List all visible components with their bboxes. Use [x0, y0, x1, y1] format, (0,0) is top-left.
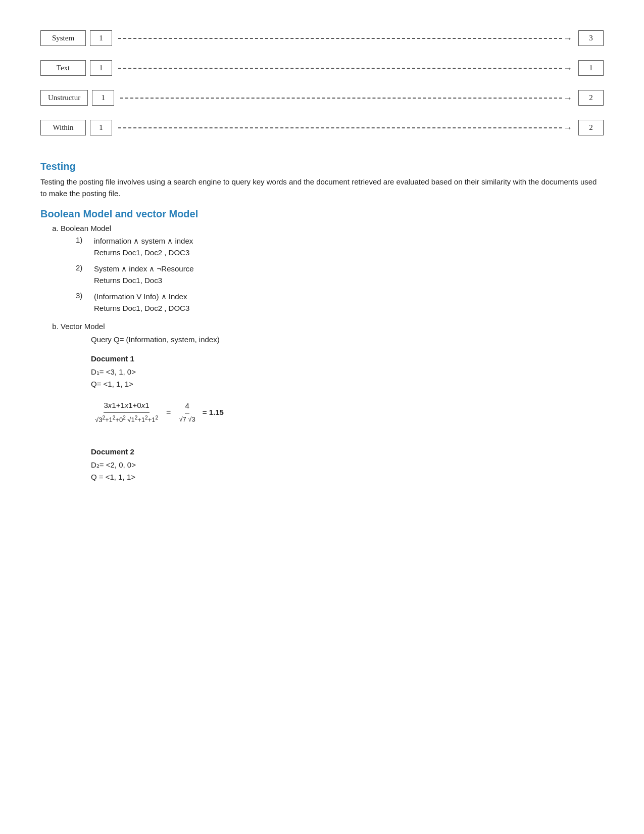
- fraction: 3x1+1x1+0x1 √32+12+02 √12+12+12: [95, 399, 158, 426]
- doc2-q: Q = <1, 1, 1>: [91, 471, 604, 483]
- result-within: 2: [578, 120, 604, 135]
- dashed-line-3: [118, 127, 562, 128]
- boolean-subitems: 1) information ∧ system ∧ index Returns …: [76, 236, 604, 314]
- doc1-label: Document 1: [91, 353, 604, 365]
- testing-heading: Testing: [40, 161, 604, 172]
- boolean-model-label: Boolean Model: [61, 224, 111, 233]
- num-within: 1: [90, 120, 112, 135]
- formula-result: = 1.15: [203, 406, 224, 419]
- diagram-row-2: Unstructur 1 → 2: [40, 90, 604, 106]
- vector-model-label: Vector Model: [61, 322, 105, 331]
- boolean-list: Boolean Model 1) information ∧ system ∧ …: [61, 224, 604, 483]
- testing-section: Testing Testing the posting file involve…: [40, 161, 604, 199]
- formula-denominator: √32+12+02 √12+12+12: [95, 413, 158, 426]
- boolean-model-item: Boolean Model 1) information ∧ system ∧ …: [61, 224, 604, 314]
- diagram-row-0: System 1 → 3: [40, 30, 604, 46]
- arrowhead-1: →: [563, 64, 572, 73]
- label-system: System: [40, 30, 86, 46]
- vector-query: Query Q= (Information, system, index): [91, 334, 604, 346]
- label-text: Text: [40, 60, 86, 76]
- dashed-line-2: [120, 98, 562, 99]
- diagram-section: System 1 → 3 Text 1 → 1 Unstructur 1 → 2…: [40, 30, 604, 135]
- arrow-text: →: [118, 64, 572, 73]
- vector-model-item: Vector Model Query Q= (Information, syst…: [61, 322, 604, 483]
- arrowhead-3: →: [563, 123, 572, 132]
- doc1-q: Q= <1, 1, 1>: [91, 378, 604, 390]
- subitem-content-2: (Information V Info) ∧ Index Returns Doc…: [94, 291, 189, 314]
- boolean-section: Boolean Model and vector Model Boolean M…: [40, 208, 604, 483]
- dashed-line-0: [118, 38, 562, 39]
- arrow-unstructur: →: [120, 94, 572, 103]
- formula-rhs-den: √7 √3: [179, 413, 195, 425]
- arrowhead-2: →: [563, 94, 572, 103]
- label-within: Within: [40, 120, 86, 135]
- formula-block: 3x1+1x1+0x1 √32+12+02 √12+12+12 = 4 √7 √…: [91, 399, 604, 426]
- subitem-num-2: 3): [76, 291, 94, 300]
- formula-numerator: 3x1+1x1+0x1: [104, 399, 149, 413]
- doc2-label: Document 2: [91, 446, 604, 458]
- result-system: 3: [578, 30, 604, 46]
- formula-equals: =: [166, 406, 171, 419]
- fraction-rhs: 4 √7 √3: [179, 400, 195, 425]
- subitem-content-0: information ∧ system ∧ index Returns Doc…: [94, 236, 193, 258]
- boolean-heading: Boolean Model and vector Model: [40, 208, 604, 220]
- dashed-line-1: [118, 68, 562, 69]
- subitem-num-0: 1): [76, 236, 94, 244]
- num-text: 1: [90, 60, 112, 76]
- doc2-d: D₂= <2, 0, 0>: [91, 459, 604, 471]
- num-unstructur: 1: [92, 90, 114, 106]
- result-unstructur: 2: [578, 90, 604, 106]
- arrow-system: →: [118, 34, 572, 43]
- result-text: 1: [578, 60, 604, 76]
- boolean-subitem-2: 3) (Information V Info) ∧ Index Returns …: [76, 291, 604, 314]
- boolean-subitem-1: 2) System ∧ index ∧ ¬Resource Returns Do…: [76, 263, 604, 286]
- subitem-num-1: 2): [76, 263, 94, 272]
- arrowhead-0: →: [563, 34, 572, 43]
- boolean-subitem-0: 1) information ∧ system ∧ index Returns …: [76, 236, 604, 258]
- diagram-row-3: Within 1 → 2: [40, 120, 604, 135]
- arrow-within: →: [118, 123, 572, 132]
- vector-content: Query Q= (Information, system, index) Do…: [91, 334, 604, 483]
- subitem-content-1: System ∧ index ∧ ¬Resource Returns Doc1,…: [94, 263, 194, 286]
- label-unstructur: Unstructur: [40, 90, 88, 106]
- formula-rhs-num: 4: [185, 400, 189, 413]
- num-system: 1: [90, 30, 112, 46]
- doc1-d: D₁= <3, 1, 0>: [91, 366, 604, 378]
- diagram-row-1: Text 1 → 1: [40, 60, 604, 76]
- testing-text: Testing the posting file involves using …: [40, 176, 604, 199]
